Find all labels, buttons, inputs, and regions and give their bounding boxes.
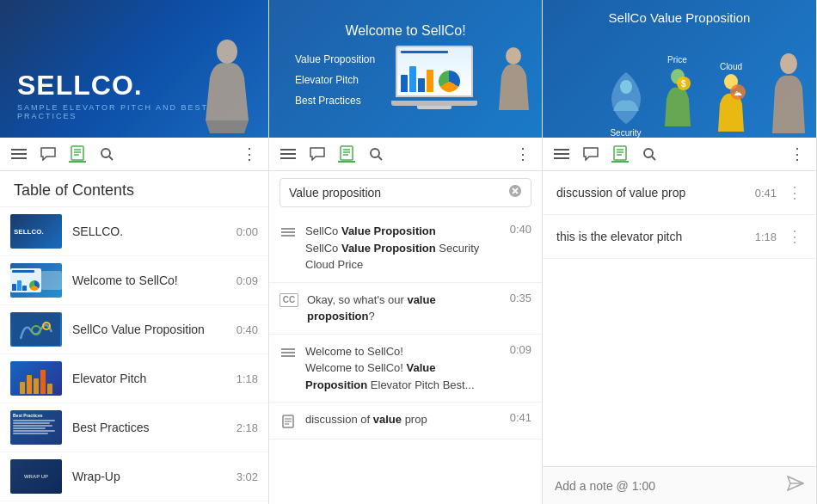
comment-icon-right[interactable]	[582, 145, 599, 163]
note-time-2: 1:18	[755, 230, 777, 243]
result-time-3: 0:09	[510, 343, 531, 356]
list-icon[interactable]	[10, 145, 28, 163]
document-icon[interactable]	[69, 145, 86, 163]
search-result-3[interactable]: Welcome to SellCo! Welcome to SellCo! Va…	[269, 335, 542, 403]
svg-point-36	[620, 80, 632, 94]
security-label: Security	[610, 128, 641, 138]
note-more-2[interactable]: ⋮	[787, 227, 802, 246]
menu-item-value[interactable]: Value Proposition	[295, 53, 383, 65]
search-result-2[interactable]: CC Okay, so what's our value proposition…	[269, 283, 542, 335]
add-note-input[interactable]	[555, 479, 787, 493]
svg-line-53	[652, 157, 655, 160]
document-icon-mid[interactable]	[338, 145, 355, 163]
toolbar-right: ⋮	[543, 138, 816, 171]
svg-line-22	[378, 157, 382, 160]
svg-point-52	[644, 149, 653, 157]
list-icon-mid[interactable]	[280, 145, 297, 163]
clear-search-button[interactable]	[508, 184, 522, 201]
toc-title-welcome: Welcome to SellCo!	[72, 274, 226, 287]
svg-rect-10	[12, 313, 60, 346]
panel-right: SellCo Value Proposition Security Price	[543, 0, 817, 504]
result-icon-4	[280, 413, 297, 430]
hero-right-title: SellCo Value Proposition	[609, 10, 751, 25]
toc-time-sellco: 0:00	[236, 225, 258, 238]
toc-time-best: 2:18	[236, 421, 258, 434]
result-content-1: SellCo Value Proposition SellCo Value Pr…	[305, 223, 494, 274]
toolbar-middle: ⋮	[269, 138, 542, 171]
note-item-1[interactable]: discussion of value prop 0:41 ⋮	[543, 171, 816, 215]
panel-left: SELLCO. SAMPLE ELEVATOR PITCH AND BEST P…	[0, 0, 269, 504]
toc-item-value[interactable]: SellCo Value Proposition 0:40	[0, 305, 268, 354]
svg-point-21	[371, 149, 379, 157]
menu-item-best[interactable]: Best Practices	[295, 95, 383, 107]
toc-item-sellco[interactable]: SELLCO. SELLCO. 0:00	[0, 207, 268, 256]
toc-list: SELLCO. SELLCO. 0:00 W	[0, 207, 268, 504]
comment-icon[interactable]	[40, 145, 57, 163]
result-content-2: Okay, so what's our value proposition?	[307, 292, 494, 325]
more-menu-button-mid[interactable]: ⋮	[515, 144, 531, 163]
toc-time-welcome: 0:09	[236, 274, 258, 287]
toc-thumbnail-value	[10, 312, 62, 347]
note-more-1[interactable]: ⋮	[787, 183, 802, 202]
search-bar	[280, 178, 531, 207]
toc-thumbnail-sellco: SELLCO.	[10, 214, 62, 249]
toc-title-sellco: SELLCO.	[72, 224, 226, 238]
result-icon-3	[280, 345, 297, 362]
presenter-middle	[494, 46, 533, 114]
note-item-2[interactable]: this is the elevator pitch 1:18 ⋮	[543, 215, 816, 259]
svg-rect-17	[341, 146, 353, 160]
toc-item-best[interactable]: Best Practices Best Practices 2:18	[0, 403, 268, 452]
search-results-list: SellCo Value Proposition SellCo Value Pr…	[269, 214, 542, 504]
result-time-2: 0:35	[510, 292, 531, 304]
svg-point-44	[780, 53, 797, 74]
toc-item-wrap[interactable]: Wrap-Up 3:02	[0, 452, 268, 501]
more-menu-button[interactable]: ⋮	[242, 144, 258, 163]
security-icon-group: Security	[605, 68, 648, 138]
toc-item-welcome[interactable]: Welcome to SellCo! 0:09	[0, 256, 268, 305]
cloud-icon-group: Cloud ☁ 4	[708, 62, 755, 138]
note-text-1: discussion of value prop	[556, 186, 745, 200]
toc-thumbnail-wrap	[10, 459, 62, 494]
toc-title-wrap: Wrap-Up	[72, 470, 226, 483]
toc-item-elevator[interactable]: Elevator Pitch 1:18	[0, 354, 268, 403]
toc-thumbnail-elevator	[10, 361, 62, 396]
result-content-4: discussion of value prop	[305, 411, 494, 428]
svg-point-8	[101, 149, 110, 157]
send-note-button[interactable]	[787, 476, 804, 495]
logo: SELLCO.	[17, 70, 251, 101]
result-content-3: Welcome to SellCo! Welcome to SellCo! Va…	[305, 343, 494, 394]
toc-thumbnail-welcome	[10, 263, 62, 298]
comment-icon-mid[interactable]	[309, 145, 326, 163]
search-icon[interactable]	[98, 145, 115, 163]
notes-list: discussion of value prop 0:41 ⋮ this is …	[543, 171, 816, 466]
toc-title-elevator: Elevator Pitch	[72, 372, 226, 385]
result-time-1: 0:40	[510, 223, 531, 236]
presenter-right	[765, 52, 812, 138]
search-icon-mid[interactable]	[367, 145, 384, 163]
more-menu-button-right[interactable]: ⋮	[789, 144, 806, 163]
search-result-4[interactable]: discussion of value prop 0:41	[269, 403, 542, 439]
toc-time-value: 0:40	[236, 323, 258, 336]
menu-item-elevator[interactable]: Elevator Pitch	[295, 74, 383, 86]
subtitle: SAMPLE ELEVATOR PITCH AND BEST PRACTICES	[17, 103, 251, 120]
toc-thumbnail-best: Best Practices	[10, 410, 62, 445]
panel-middle: Welcome to SellCo! Value Proposition Ele…	[269, 0, 543, 504]
toc-title-best: Best Practices	[72, 421, 226, 434]
svg-point-0	[217, 40, 237, 64]
hero-middle-title: Welcome to SellCo!	[345, 23, 465, 39]
toc-info-sellco: SELLCO.	[72, 224, 226, 238]
menu-list: Value Proposition Elevator Pitch Best Pr…	[278, 53, 383, 107]
search-result-1[interactable]: SellCo Value Proposition SellCo Value Pr…	[269, 214, 542, 283]
price-label: Price	[667, 55, 687, 65]
note-text-2: this is the elevator pitch	[556, 230, 745, 243]
search-input[interactable]	[289, 186, 508, 200]
list-icon-right[interactable]	[553, 145, 570, 163]
price-icon-group: Price $	[656, 55, 699, 131]
result-icon-2: CC	[280, 293, 298, 307]
search-icon-right[interactable]	[641, 145, 658, 163]
document-icon-right[interactable]	[611, 145, 629, 163]
toc-header: Table of Contents	[0, 171, 268, 207]
svg-text:4: 4	[734, 89, 739, 97]
hero-middle: Welcome to SellCo! Value Proposition Ele…	[269, 0, 542, 138]
hero-right: SellCo Value Proposition Security Price	[543, 0, 816, 138]
